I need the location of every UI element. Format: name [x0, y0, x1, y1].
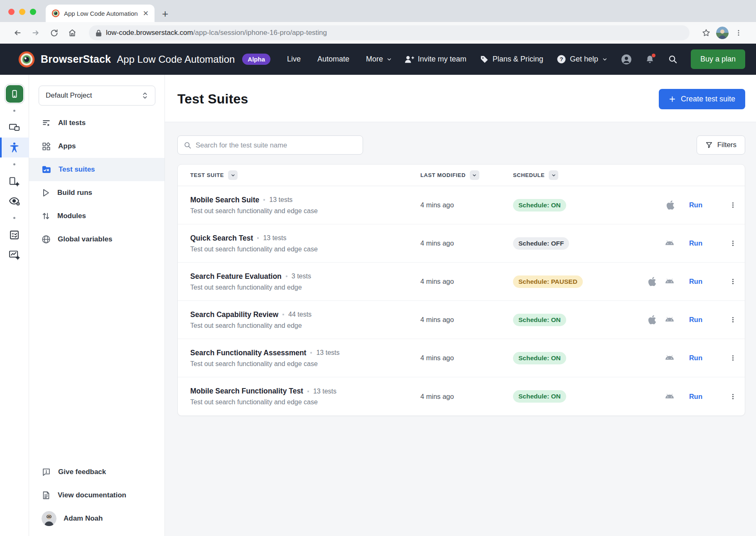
feedback-icon [42, 467, 51, 477]
home-icon[interactable] [64, 25, 81, 41]
suite-name[interactable]: Mobile Search Suite [190, 196, 259, 204]
url-text: low-code.browserstack.com/app-lca/sessio… [106, 29, 327, 37]
search-input[interactable] [196, 141, 357, 149]
run-button[interactable]: Run [689, 278, 702, 285]
row-menu-button[interactable] [717, 393, 736, 400]
address-bar[interactable]: low-code.browserstack.com/app-lca/sessio… [89, 25, 690, 40]
buy-a-plan-button[interactable]: Buy a plan [691, 49, 745, 69]
user-avatar [42, 511, 56, 526]
table-row[interactable]: Search Functionality Assessment13 tests … [178, 339, 745, 377]
project-selector[interactable]: Default Project [39, 86, 155, 106]
nav-link-more[interactable]: More [366, 55, 392, 64]
give-feedback-button[interactable]: Give feedback [29, 460, 164, 484]
test-suite-sort-button[interactable] [228, 170, 238, 180]
window-close-button[interactable] [8, 9, 15, 15]
back-icon[interactable] [9, 25, 26, 41]
account-icon[interactable] [621, 54, 632, 65]
sidebar-item-build-runs[interactable]: Build runs [29, 181, 164, 204]
filters-button[interactable]: Filters [697, 135, 745, 155]
sidebar-item-modules[interactable]: Modules [29, 204, 164, 228]
browser-tab[interactable]: App Low Code Automation ✕ [46, 5, 155, 22]
last-modified-sort-button[interactable] [470, 170, 479, 180]
rail-visual-settings-button[interactable] [0, 191, 29, 211]
user-profile-button[interactable]: Adam Noah [29, 507, 164, 530]
run-button[interactable]: Run [689, 354, 702, 361]
row-menu-button[interactable] [717, 354, 736, 361]
nav-link-live[interactable]: Live [287, 55, 301, 64]
browserstack-logo-icon[interactable] [18, 51, 35, 68]
sidebar-item-all-tests[interactable]: All tests [29, 111, 164, 135]
view-documentation-button[interactable]: View documentation [29, 484, 164, 507]
plans-pricing-button[interactable]: Plans & Pricing [480, 55, 543, 64]
schedule-badge: Schedule: ON [513, 314, 566, 326]
kebab-icon [729, 316, 736, 323]
globe-icon [42, 235, 51, 244]
notifications-bell-icon[interactable] [645, 54, 655, 64]
rail-analytics-settings-button[interactable] [0, 245, 29, 265]
sidebar-item-test-suites[interactable]: Test suites [29, 158, 164, 181]
window-minimize-button[interactable] [19, 9, 25, 15]
sidebar-item-apps[interactable]: Apps [29, 135, 164, 158]
page-title: Test Suites [177, 91, 248, 107]
bookmark-star-icon[interactable] [698, 25, 714, 41]
schedule-sort-button[interactable] [549, 170, 558, 180]
tests-count: 44 tests [288, 311, 312, 318]
window-zoom-button[interactable] [30, 9, 36, 15]
create-test-suite-button[interactable]: Create test suite [659, 89, 745, 109]
run-button[interactable]: Run [689, 201, 702, 209]
suite-name[interactable]: Quick Search Test [190, 234, 253, 243]
help-circle-icon: ? [557, 54, 566, 64]
chevron-down-icon [386, 57, 392, 62]
alpha-badge: Alpha [242, 54, 270, 65]
browser-toolbar: low-code.browserstack.com/app-lca/sessio… [0, 22, 756, 44]
row-menu-button[interactable] [717, 316, 736, 323]
suite-description: Test out search functionality and edge [190, 322, 420, 329]
schedule-badge: Schedule: ON [513, 199, 566, 211]
rail-device-settings-button[interactable] [0, 171, 29, 191]
browser-profile-avatar[interactable] [716, 27, 729, 39]
row-menu-button[interactable] [717, 278, 736, 285]
row-menu-button[interactable] [717, 240, 736, 247]
new-tab-button[interactable]: + [162, 10, 168, 18]
get-help-button[interactable]: ? Get help [557, 54, 608, 64]
table-row[interactable]: Mobile Search Suite13 tests Test out sea… [178, 186, 745, 224]
table-row[interactable]: Quick Search Test13 tests Test out searc… [178, 224, 745, 263]
browser-menu-icon[interactable] [730, 25, 747, 41]
sidebar-item-global-variables[interactable]: Global variables [29, 228, 164, 251]
suite-name[interactable]: Search Feature Evaluation [190, 272, 282, 281]
schedule-badge: Schedule: OFF [513, 237, 569, 250]
brand-name[interactable]: BrowserStack [41, 53, 111, 65]
tab-close-icon[interactable]: ✕ [143, 9, 149, 18]
screen: App Low Code Automation ✕ + low-code.bro… [0, 0, 756, 536]
row-menu-button[interactable] [717, 202, 736, 209]
run-button[interactable]: Run [689, 393, 702, 400]
last-modified: 4 mins ago [420, 278, 513, 285]
forward-icon[interactable] [27, 25, 44, 41]
nav-link-automate[interactable]: Automate [317, 55, 349, 64]
table-row[interactable]: Search Feature Evaluation3 tests Test ou… [178, 263, 745, 301]
table-row[interactable]: Mobile Search Functionality Test13 tests… [178, 377, 745, 416]
rail-devices-button[interactable] [0, 118, 29, 138]
run-button[interactable]: Run [689, 239, 702, 247]
rail-divider-dot [13, 110, 15, 112]
svg-text:?: ? [560, 56, 563, 62]
rail-app-live-button[interactable] [0, 84, 29, 104]
dot-separator [263, 199, 265, 201]
suite-name[interactable]: Search Capability Review [190, 310, 278, 319]
suite-description: Test out search functionality and edge c… [190, 398, 420, 406]
test-suite-search[interactable] [177, 135, 363, 155]
run-button[interactable]: Run [689, 316, 702, 323]
last-modified: 4 mins ago [420, 201, 513, 209]
suite-name[interactable]: Search Functionality Assessment [190, 349, 306, 357]
dot-separator [257, 237, 259, 239]
rail-accessibility-button[interactable] [0, 138, 29, 157]
invite-team-button[interactable]: Invite my team [404, 55, 466, 64]
rail-test-checklist-button[interactable] [0, 225, 29, 245]
reload-icon[interactable] [46, 25, 62, 41]
table-row[interactable]: Search Capability Review44 tests Test ou… [178, 301, 745, 339]
android-icon [664, 240, 675, 247]
search-icon[interactable] [668, 54, 677, 64]
apple-icon [648, 276, 657, 287]
kebab-icon [729, 202, 736, 209]
suite-name[interactable]: Mobile Search Functionality Test [190, 387, 303, 396]
